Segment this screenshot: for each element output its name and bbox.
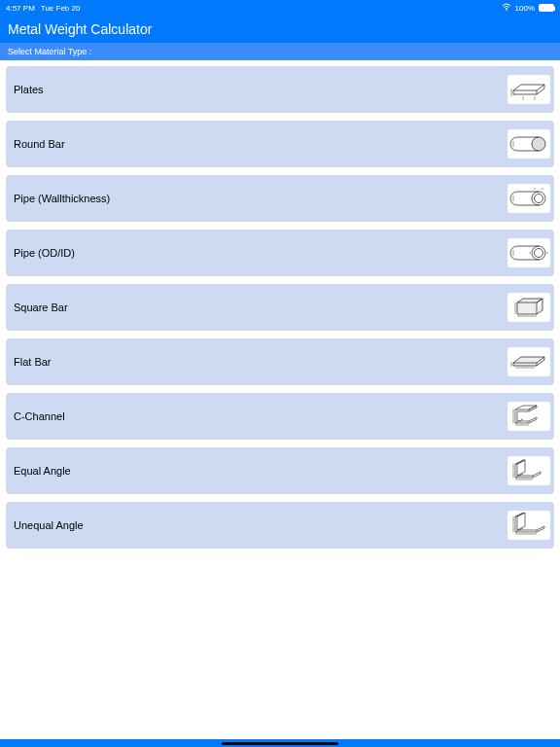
svg-point-5 [535, 249, 543, 258]
section-header: Select Material Type : [0, 43, 560, 60]
material-row-round-bar[interactable]: Round Bar [6, 121, 554, 167]
flat-bar-icon [508, 347, 550, 376]
material-row-flat-bar[interactable]: Flat Bar [6, 338, 554, 385]
material-label: Round Bar [14, 138, 65, 150]
material-label: Plates [14, 84, 44, 95]
svg-point-3 [535, 195, 543, 203]
pipe-wall-icon [508, 184, 550, 213]
material-row-square-bar[interactable]: Square Bar [6, 284, 554, 331]
home-indicator [222, 742, 338, 745]
status-time: 4:57 PM [6, 4, 35, 13]
material-row-equal-angle[interactable]: Equal Angle [6, 447, 554, 494]
status-bar: 4:57 PM Tue Feb 20 100% [0, 0, 560, 16]
page-title: Metal Weight Calculator [8, 21, 152, 37]
material-label: Square Bar [14, 302, 68, 313]
wifi-icon [502, 3, 511, 13]
plate-icon [508, 75, 550, 104]
svg-point-1 [532, 137, 545, 151]
pipe-odid-icon [508, 238, 550, 267]
material-label: Equal Angle [14, 465, 71, 477]
material-label: Pipe (OD/ID) [14, 247, 75, 259]
material-row-pipe-wall[interactable]: Pipe (Wallthickness) [6, 175, 554, 222]
equal-angle-icon [508, 456, 550, 485]
material-row-pipe-odid[interactable]: Pipe (OD/ID) [6, 230, 554, 276]
battery-pct: 100% [515, 4, 535, 13]
material-row-plates[interactable]: Plates [6, 66, 554, 113]
square-bar-icon [508, 293, 550, 322]
material-row-c-channel[interactable]: C-Channel [6, 393, 554, 440]
svg-point-0 [506, 9, 508, 11]
unequal-angle-icon [508, 511, 550, 540]
material-row-unequal-angle[interactable]: Unequal Angle [6, 502, 554, 549]
app-header: Metal Weight Calculator [0, 16, 560, 43]
battery-icon [539, 4, 554, 12]
c-channel-icon [508, 402, 550, 431]
section-label: Select Material Type : [8, 47, 91, 56]
status-date: Tue Feb 20 [41, 4, 81, 13]
material-label: Flat Bar [14, 356, 52, 368]
material-label: Unequal Angle [14, 519, 84, 531]
material-label: Pipe (Wallthickness) [14, 193, 110, 204]
material-list: Plates Round Bar Pipe (Wallthickness) Pi… [0, 60, 560, 549]
round-bar-icon [508, 129, 550, 159]
material-label: C-Channel [14, 410, 65, 422]
